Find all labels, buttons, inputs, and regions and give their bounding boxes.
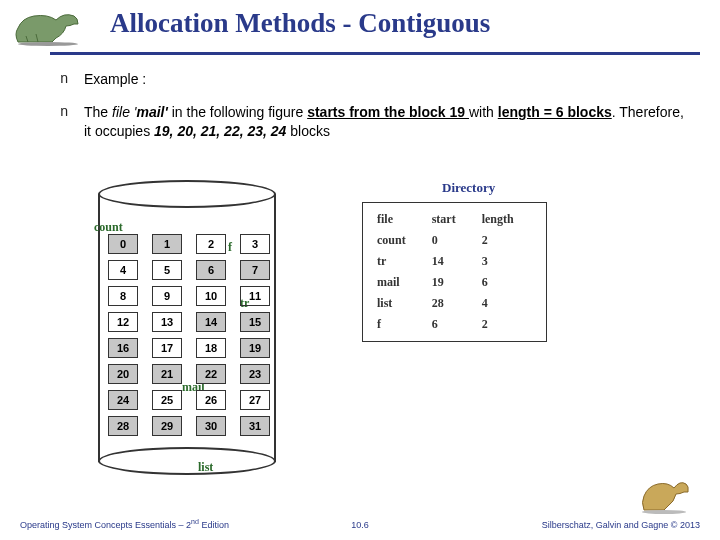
footer-page-number: 10.6 [351,520,369,530]
block: 25 [152,390,182,410]
block: 19 [240,338,270,358]
block: 12 [108,312,138,332]
page-title: Allocation Methods - Contiguous [110,8,720,39]
footer-left: Operating System Concepts Essentials – 2… [20,518,229,530]
dir-header-file: file [373,209,428,230]
block: 27 [240,390,270,410]
directory-title: Directory [442,180,547,196]
bullet-marker: n [60,70,84,89]
bullet-marker: n [60,103,84,141]
dinosaur-logo-top [8,4,98,46]
block: 31 [240,416,270,436]
block: 28 [108,416,138,436]
block: 21 [152,364,182,384]
block: 5 [152,260,182,280]
block: 0 [108,234,138,254]
block: 20 [108,364,138,384]
block: 14 [196,312,226,332]
block: 29 [152,416,182,436]
bullet-text: The file 'mail' in the following figure … [84,103,690,141]
title-rule [50,52,700,55]
disk-cylinder: count f tr mail list 0 1 2 3 4 5 6 7 8 9… [90,180,285,475]
block: 18 [196,338,226,358]
block: 9 [152,286,182,306]
block: 23 [240,364,270,384]
figure-area: count f tr mail list 0 1 2 3 4 5 6 7 8 9… [90,180,690,475]
block: 8 [108,286,138,306]
footer: Operating System Concepts Essentials – 2… [20,518,700,530]
block: 17 [152,338,182,358]
directory-table-wrap: Directory file start length count02 tr14… [362,180,547,342]
count-label: count [94,220,123,235]
bullet-1: n Example : [60,70,690,89]
table-row: mail196 [373,272,536,293]
block: 7 [240,260,270,280]
bullet-2: n The file 'mail' in the following figur… [60,103,690,141]
bullet-text: Example : [84,70,690,89]
block: 30 [196,416,226,436]
block: 10 [196,286,226,306]
footer-right: Silberschatz, Galvin and Gagne © 2013 [542,520,700,530]
block: 13 [152,312,182,332]
svg-point-0 [18,42,78,46]
block: 11 [240,286,270,306]
table-row: count02 [373,230,536,251]
content-area: n Example : n The file 'mail' in the fol… [60,70,690,155]
table-row: list284 [373,293,536,314]
block: 24 [108,390,138,410]
block-grid: 0 1 2 3 4 5 6 7 8 9 10 11 12 13 14 15 16… [108,234,272,436]
block: 4 [108,260,138,280]
block: 6 [196,260,226,280]
table-row: tr143 [373,251,536,272]
svg-point-1 [642,510,686,514]
block: 15 [240,312,270,332]
block: 2 [196,234,226,254]
dir-header-length: length [478,209,536,230]
table-row: f62 [373,314,536,335]
dinosaur-logo-bottom [636,474,696,516]
block: 26 [196,390,226,410]
dir-header-start: start [428,209,478,230]
block: 22 [196,364,226,384]
block: 1 [152,234,182,254]
directory-table: file start length count02 tr143 mail196 … [362,202,547,342]
block: 3 [240,234,270,254]
block: 16 [108,338,138,358]
list-label: list [198,460,213,475]
